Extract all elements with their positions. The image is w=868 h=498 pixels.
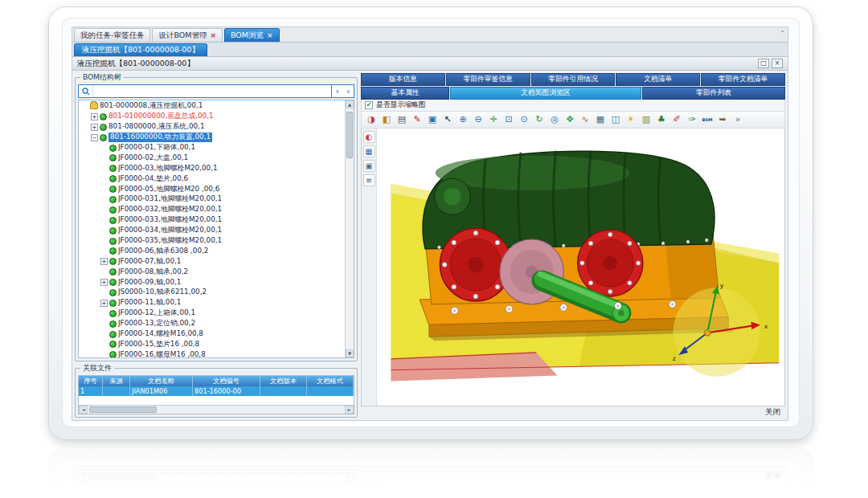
tree-item[interactable]: JF0000-035,地脚螺栓M20,00,1: [79, 236, 345, 247]
palette-icon[interactable]: ◐: [363, 131, 375, 143]
tree-item[interactable]: +801-010000000,底盘总成,00,1: [79, 112, 345, 122]
tree-item[interactable]: JF0000-12,上箱体,00,1: [79, 308, 345, 319]
panel-title-bar: 液压挖掘机【801-0000008-00】 □ ×: [72, 57, 788, 71]
zoom-out-icon[interactable]: ⊖: [472, 113, 485, 126]
tree-item[interactable]: +JF0000-07,轴,00,1: [79, 256, 345, 267]
light-icon[interactable]: ☀: [624, 113, 637, 126]
section-icon[interactable]: ▦: [594, 113, 607, 126]
tree-scroll-thumb[interactable]: [346, 112, 353, 158]
view-tab[interactable]: 文档简图浏览区: [450, 87, 641, 100]
files-scroll-track[interactable]: [88, 406, 345, 414]
export-icon[interactable]: ➥: [716, 113, 729, 126]
tree-item[interactable]: JF0000-032,地脚螺栓M20,00,1: [79, 205, 345, 215]
tree-item[interactable]: +801-0800000,液压系统,00,1: [79, 122, 345, 133]
tree-expander-icon[interactable]: +: [100, 279, 108, 286]
tree-item[interactable]: 801-0000008,液压挖掘机,00,1: [79, 101, 345, 112]
print-icon[interactable]: ▤: [395, 113, 408, 126]
structure-tree-icon[interactable]: ♣: [655, 113, 668, 126]
tree-expander-icon[interactable]: +: [100, 300, 108, 307]
views-grid-icon[interactable]: ▦: [363, 145, 375, 157]
tree-item[interactable]: JF0000-034,地脚螺栓M20,00,1: [79, 226, 345, 236]
part-tab[interactable]: 零部件审签信息: [446, 73, 530, 86]
files-scrollbar[interactable]: ◄ ►: [79, 405, 354, 414]
camera-icon[interactable]: ▣: [426, 113, 439, 126]
zoom-in-icon[interactable]: ⊕: [457, 113, 469, 126]
thumbnail-checkbox[interactable]: ✔: [365, 101, 373, 109]
bom-text-icon[interactable]: BOM: [701, 113, 714, 126]
roam-icon[interactable]: ✥: [563, 113, 576, 126]
select-cursor-icon[interactable]: ↖: [441, 113, 454, 126]
tree-item[interactable]: JF0000-033,地脚螺栓M20,00,1: [79, 215, 345, 226]
texture-icon[interactable]: ▥: [640, 113, 653, 126]
redline-icon[interactable]: ✐: [670, 113, 683, 126]
rotate-icon[interactable]: ↻: [533, 113, 546, 126]
tree-scrollbar[interactable]: ▲ ▼: [345, 100, 354, 357]
part-tab[interactable]: 零部件引用情况: [531, 73, 616, 86]
overflow-icon[interactable]: »: [731, 113, 744, 126]
part-tab[interactable]: 零部件文档清单: [701, 73, 785, 86]
scroll-down-icon[interactable]: ▼: [346, 349, 354, 357]
tab-overflow-chevron-icon[interactable]: ˇ: [780, 31, 784, 42]
doc-tab[interactable]: 液压挖掘机【801-0000008-00】: [74, 43, 207, 56]
tree-item[interactable]: JF0000-031,地脚螺栓M20,00,1: [79, 194, 345, 205]
tree-item[interactable]: JF0000-08,轴承,00,2: [79, 267, 345, 277]
info-ball-icon[interactable]: ◑: [365, 113, 378, 126]
tree-expander-icon[interactable]: −: [91, 134, 98, 141]
scroll-up-icon[interactable]: ▲: [346, 100, 354, 108]
main-tab[interactable]: 我的任务-审签任务: [74, 28, 150, 42]
search-input[interactable]: [93, 85, 331, 97]
pan-icon[interactable]: ✛: [487, 113, 500, 126]
tree-item[interactable]: JF0000-16,螺母M16 ,00,8: [79, 349, 345, 357]
tree-item[interactable]: JF0000-05,地脚螺栓M20 ,00,6: [79, 184, 345, 194]
tree-item[interactable]: JF0000-04,垫片,00,6: [79, 173, 345, 184]
tree-item-label: JF0000-05,地脚螺栓M20 ,00,6: [118, 185, 219, 194]
search-next-icon[interactable]: ∨: [343, 85, 354, 97]
files-table-row[interactable]: 1JIAN01M06801-16000-00: [79, 386, 354, 396]
part-tab[interactable]: 版本信息: [361, 73, 445, 86]
tree-scroll-track[interactable]: [346, 108, 354, 349]
thumbnail-tab-icon[interactable]: ▣: [363, 160, 375, 172]
list-tab-icon[interactable]: ≡: [363, 174, 375, 186]
3d-viewport-canvas[interactable]: x y z: [377, 129, 784, 406]
curve-icon[interactable]: ∿: [579, 113, 592, 126]
tree-expander-icon[interactable]: +: [91, 124, 98, 131]
part-tab[interactable]: 文档清单: [616, 73, 700, 86]
search-prev-icon[interactable]: ∧: [332, 85, 343, 97]
tree-item[interactable]: JS0000-10,轴承6211,00,2: [79, 288, 345, 298]
part-icon: [109, 165, 117, 172]
scroll-left-icon[interactable]: ◄: [79, 406, 88, 414]
open-model-icon[interactable]: ◧: [380, 113, 393, 126]
files-scroll-thumb[interactable]: [89, 406, 157, 413]
main-body: BOM结构树 ∧: [72, 71, 788, 420]
tree-item[interactable]: +JF0000-11,轴,00,1: [79, 298, 345, 308]
tree-expander-icon[interactable]: +: [100, 258, 108, 265]
zoom-window-icon[interactable]: ⊡: [502, 113, 515, 126]
tree-item[interactable]: JF0000-15,垫片16 ,00,8: [79, 339, 345, 349]
tab-close-icon[interactable]: ×: [210, 32, 216, 39]
tree-item[interactable]: JF0000-01,下箱体,00,1: [79, 143, 345, 153]
scroll-right-icon[interactable]: ►: [345, 406, 354, 414]
tree-item[interactable]: −801-16000000,动力装置,00,1: [79, 133, 345, 143]
annotate-icon[interactable]: ✑: [686, 113, 698, 126]
tree-expander-icon[interactable]: +: [91, 113, 98, 120]
main-tab[interactable]: 设计BOM管理×: [152, 28, 223, 42]
tree-item[interactable]: JF0000-03,地脚螺栓M20,00,1: [79, 163, 345, 173]
tree-item[interactable]: +JF0000-09,轴,00,1: [79, 277, 345, 288]
restore-button[interactable]: □: [758, 59, 769, 68]
close-panel-button[interactable]: ×: [772, 59, 783, 68]
tree-item[interactable]: JF0000-02,大盖,00,1: [79, 153, 345, 163]
view-tab[interactable]: 基本属性: [361, 87, 449, 100]
snapshot-icon[interactable]: ◫: [609, 113, 622, 126]
tree-item-label: JF0000-01,下箱体,00,1: [118, 143, 195, 153]
search-icon[interactable]: [79, 85, 93, 97]
view-tab[interactable]: 零部件列表: [642, 87, 785, 100]
tab-close-icon[interactable]: ×: [267, 32, 273, 39]
tree-item[interactable]: JF0000-06,轴承6308 ,00,2: [79, 246, 345, 256]
tree-item[interactable]: JF0000-13,定位销,00,2: [79, 319, 345, 329]
close-button[interactable]: 关闭: [765, 407, 780, 418]
main-tab[interactable]: BOM浏览×: [224, 28, 280, 42]
orbit-icon[interactable]: ◎: [548, 113, 561, 126]
zoom-extents-icon[interactable]: ⊙: [518, 113, 530, 126]
edit-icon[interactable]: ✎: [411, 113, 424, 126]
tree-item[interactable]: JF0000-14,螺栓M16,00,8: [79, 329, 345, 340]
